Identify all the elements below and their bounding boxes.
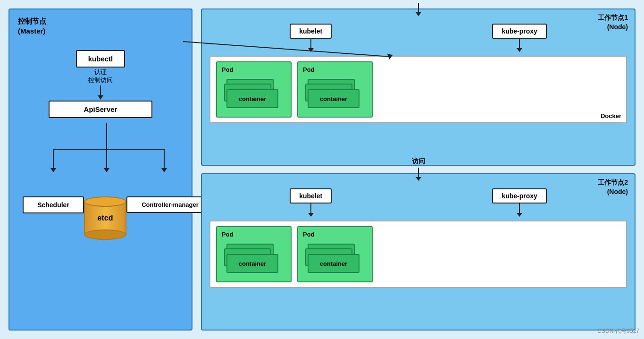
worker1-title: 工作节点1 (Node) xyxy=(598,13,628,32)
worker2-pod2-container-stack: container xyxy=(303,244,364,278)
svg-marker-11 xyxy=(308,48,314,52)
apiserver-box: ApiServer xyxy=(49,101,152,118)
master-title: 控制节点 (Master) xyxy=(18,16,183,36)
worker2-kubeproxy-box: kube-proxy xyxy=(492,188,546,203)
worker2-kubelet-box: kubelet xyxy=(290,188,332,203)
container-card-frontb: container xyxy=(308,89,360,108)
worker1-pod1-label: Pod xyxy=(222,66,234,73)
worker1-pod-area: Pod container Pod xyxy=(209,56,627,123)
w2-container-card-front: container xyxy=(226,254,278,273)
svg-marker-7 xyxy=(161,168,167,172)
watermark: CSDN-代号9527 xyxy=(597,327,639,335)
svg-marker-13 xyxy=(517,48,522,52)
svg-marker-5 xyxy=(104,168,109,172)
worker1-pod2: Pod container xyxy=(297,61,373,118)
worker2-pod1: Pod container xyxy=(216,226,292,282)
worker2-pod2: Pod container xyxy=(297,226,373,282)
worker1-kubeproxy-component: kube-proxy xyxy=(492,24,546,52)
scheduler-box: Scheduler xyxy=(23,196,84,213)
access2-arrow xyxy=(414,168,423,181)
master-node: 控制节点 (Master) kubectl 认证 控制访问 xyxy=(8,8,192,331)
cylinder-top xyxy=(84,196,126,207)
access1-container: 访问 xyxy=(412,0,425,16)
etcd-label: etcd xyxy=(98,214,113,222)
svg-marker-9 xyxy=(416,12,421,16)
etcd-container: etcd xyxy=(84,196,126,240)
worker2-kubeproxy-arrow xyxy=(515,203,524,217)
svg-marker-3 xyxy=(50,168,56,172)
worker2-kubelet-arrow xyxy=(306,203,316,217)
etcd-cylinder: etcd xyxy=(84,196,126,240)
container-card-front: container xyxy=(226,89,278,108)
worker1-pod2-container-stack: container xyxy=(303,79,364,113)
worker1-kubelet-arrow xyxy=(306,39,316,52)
svg-marker-15 xyxy=(416,177,421,181)
worker1-kubelet-component: kubelet xyxy=(290,24,332,52)
worker1-kubelet-box: kubelet xyxy=(290,24,332,39)
worker2-title: 工作节点2 (Node) xyxy=(598,178,628,196)
master-lines-svg xyxy=(18,123,183,265)
worker2-kubelet-component: kubelet xyxy=(290,188,332,217)
worker2-pod2-label: Pod xyxy=(303,231,315,238)
cylinder-bottom xyxy=(84,229,126,240)
worker1-docker-label: Docker xyxy=(601,112,621,119)
access2-label: 访问 xyxy=(412,157,425,166)
access1-label: 访问 xyxy=(412,0,425,1)
worker1-top-row: kubelet kube-proxy xyxy=(209,24,627,52)
access1-arrow xyxy=(414,3,423,16)
worker2-pod1-container-stack: container xyxy=(222,244,283,278)
worker2-pod1-label: Pod xyxy=(222,231,234,238)
worker1-pod1: Pod container xyxy=(216,61,292,118)
svg-marker-19 xyxy=(517,213,522,217)
worker-node-1: 工作节点1 (Node) 访问 kubelet xyxy=(201,8,636,166)
diagram-container: 控制节点 (Master) kubectl 认证 控制访问 xyxy=(0,0,644,339)
right-panel: 工作节点1 (Node) 访问 kubelet xyxy=(201,8,636,331)
worker2-pod-area: Pod container Pod xyxy=(209,220,627,288)
worker-node-2: 工作节点2 (Node) 访问 kubelet xyxy=(201,173,636,331)
kubectl-box: kubectl xyxy=(76,50,125,68)
scheduler-container: Scheduler xyxy=(23,196,84,213)
worker2-top-row: kubelet kube-proxy xyxy=(209,188,627,217)
access2-container: 访问 xyxy=(412,157,425,181)
auth-label: 认证 控制访问 xyxy=(88,68,113,85)
worker1-kubeproxy-box: kube-proxy xyxy=(492,24,546,39)
worker1-pod1-container-stack: container xyxy=(222,79,283,113)
w2-container-card-frontb: container xyxy=(308,254,360,273)
worker1-pod2-label: Pod xyxy=(303,66,315,73)
worker1-kubeproxy-arrow xyxy=(515,39,524,52)
svg-marker-17 xyxy=(308,213,314,217)
worker2-kubeproxy-component: kube-proxy xyxy=(492,188,546,217)
master-inner: kubectl 认证 控制访问 ApiServer xyxy=(18,50,183,339)
